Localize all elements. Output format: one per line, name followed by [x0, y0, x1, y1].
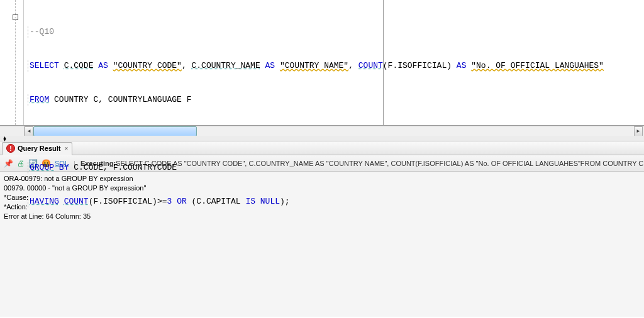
scroll-right-icon[interactable]: ► [634, 126, 643, 136]
fold-toggle-icon[interactable]: - [13, 14, 18, 20]
sql-editor[interactable]: - --Q10 SELECT C.CODE AS "COUNTRY CODE",… [0, 0, 644, 126]
tab-label: Query Result [18, 145, 60, 152]
editor-gutter: - [0, 0, 24, 125]
tab-query-result[interactable]: ! Query Result × [2, 142, 72, 155]
scroll-thumb[interactable] [33, 126, 197, 136]
editor-split-divider[interactable] [383, 0, 384, 125]
error-badge-icon: ! [6, 144, 15, 153]
close-icon[interactable]: × [63, 145, 68, 152]
chevron-down-icon[interactable]: ▼ [3, 138, 7, 142]
editor-hscrollbar[interactable]: ◄ ► [0, 126, 644, 136]
print-icon[interactable]: 🖨 [17, 158, 25, 168]
scroll-left-icon[interactable]: ◄ [25, 126, 33, 136]
pin-icon[interactable]: 📌 [4, 158, 13, 168]
comment: --Q10 [30, 27, 54, 36]
pane-splitter[interactable]: ▲ ▼ [0, 136, 644, 141]
code-block[interactable]: --Q10 SELECT C.CODE AS "COUNTRY CODE", C… [24, 0, 644, 125]
